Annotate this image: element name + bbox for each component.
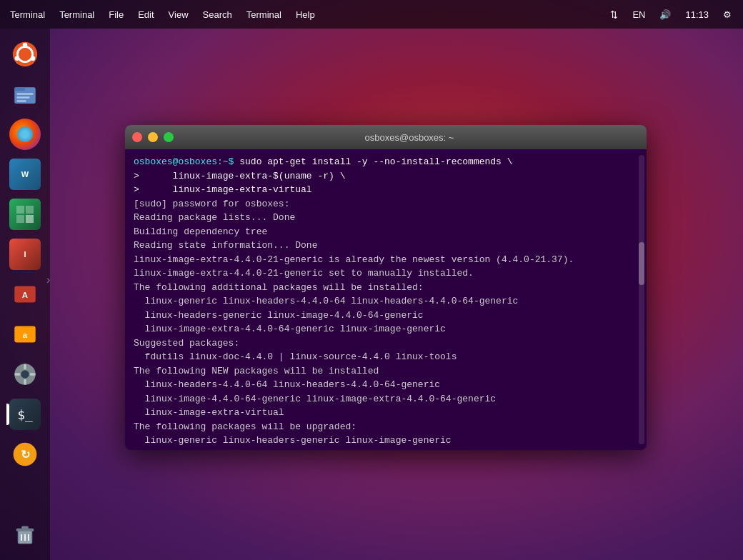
svg-text:a: a [23, 331, 28, 339]
network-icon[interactable]: ⇅ [606, 8, 622, 21]
svg-text:A: A [22, 291, 28, 299]
svg-point-19 [21, 370, 29, 378]
svg-rect-9 [17, 100, 26, 101]
terminal-scrollbar-thumb[interactable] [639, 242, 644, 285]
sidebar-item-updater[interactable]: ↻ [6, 436, 44, 473]
sidebar-item-files[interactable] [6, 76, 44, 113]
dock: W I A a [0, 29, 50, 560]
svg-rect-23 [30, 373, 36, 375]
top-menubar: Terminal Terminal File Edit View Search … [0, 0, 743, 29]
sidebar-item-firefox[interactable] [6, 116, 44, 153]
tools-icon [12, 361, 38, 387]
trash-icon [12, 521, 38, 547]
sidebar-item-ubuntu[interactable] [6, 36, 44, 73]
menu-file[interactable]: File [101, 6, 131, 23]
svg-rect-8 [17, 96, 30, 98]
clock[interactable]: 11:13 [681, 8, 713, 21]
terminal-icon: $_ [9, 399, 41, 430]
terminal-window-title: osboxes@osboxes: ~ [179, 132, 639, 143]
impress-icon: I [9, 239, 41, 270]
sidebar-item-trash[interactable] [6, 516, 44, 553]
calc-icon [9, 199, 41, 230]
updater-icon: ↻ [12, 441, 38, 467]
menu-terminal2[interactable]: Terminal [52, 6, 101, 23]
sidebar-item-impress[interactable]: I [6, 236, 44, 273]
svg-rect-20 [24, 364, 26, 369]
terminal-titlebar: osboxes@osboxes: ~ [125, 125, 647, 149]
menu-edit[interactable]: Edit [131, 6, 161, 23]
settings-icon[interactable]: ⚙ [719, 8, 736, 21]
menu-bar: Terminal Terminal File Edit View Search … [0, 6, 606, 23]
sidebar-item-tools[interactable] [6, 356, 44, 393]
terminal-output: osboxes@osboxes:~$ sudo apt-get install … [134, 155, 638, 450]
svg-point-2 [23, 43, 28, 48]
menu-terminal1[interactable]: Terminal [3, 6, 52, 23]
svg-rect-12 [16, 215, 24, 223]
terminal-window: osboxes@osboxes: ~ osboxes@osboxes:~$ su… [125, 125, 647, 450]
sidebar-item-writer[interactable]: W [6, 156, 44, 193]
window-close-button[interactable] [132, 132, 142, 142]
software-center-icon: A [12, 281, 38, 307]
menu-terminal3[interactable]: Terminal [239, 6, 289, 23]
terminal-scrollbar[interactable] [639, 155, 644, 444]
amazon-icon: a [12, 321, 38, 347]
volume-icon[interactable]: 🔊 [655, 8, 675, 21]
keyboard-layout[interactable]: EN [628, 8, 649, 21]
system-tray: ⇅ EN 🔊 11:13 ⚙ [606, 8, 743, 21]
menu-help[interactable]: Help [289, 6, 322, 23]
svg-rect-22 [14, 373, 20, 375]
svg-rect-6 [14, 87, 25, 91]
svg-rect-10 [16, 206, 24, 214]
writer-icon: W [9, 159, 41, 190]
sidebar-item-terminal[interactable]: $_ [6, 396, 44, 433]
svg-rect-13 [26, 215, 34, 223]
svg-rect-28 [21, 526, 29, 529]
ubuntu-logo-icon [12, 41, 38, 67]
svg-point-3 [15, 56, 20, 61]
svg-rect-21 [24, 379, 26, 385]
window-minimize-button[interactable] [148, 132, 158, 142]
sidebar-item-software[interactable]: A [6, 276, 44, 313]
sidebar-expand-arrow[interactable]: › [46, 274, 50, 286]
firefox-icon [9, 119, 41, 150]
svg-rect-7 [17, 93, 34, 94]
svg-rect-11 [26, 206, 34, 214]
menu-search[interactable]: Search [196, 6, 239, 23]
svg-text:↻: ↻ [21, 448, 30, 461]
sidebar-item-amazon[interactable]: a [6, 316, 44, 353]
sidebar-item-calc[interactable] [6, 196, 44, 233]
menu-view[interactable]: View [161, 6, 196, 23]
files-icon [12, 81, 38, 107]
calc-grid-icon [15, 204, 35, 224]
svg-point-4 [31, 56, 36, 61]
terminal-body[interactable]: osboxes@osboxes:~$ sudo apt-get install … [125, 149, 647, 450]
window-maximize-button[interactable] [164, 132, 174, 142]
